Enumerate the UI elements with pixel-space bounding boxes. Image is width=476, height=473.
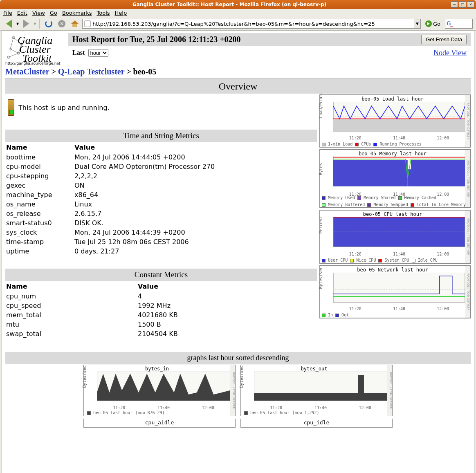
memory-chart[interactable]: beo-05 Memory last hour Bytes RRDTOOL / … [319,149,471,208]
stop-icon: ✕ [58,20,65,27]
node-view-link[interactable]: Node View [433,49,467,57]
table-row: machine_typex86_64 [6,191,316,199]
table-row: time-stampTue Jul 25 12h 08m 06s CEST 20… [6,238,316,246]
back-arrow-icon [6,20,12,28]
menu-file[interactable]: File [3,10,12,16]
bytes-in-chart[interactable]: bytes_in Bytes/sec RRDTOOL / TOBI OETIKE… [83,365,236,416]
table-row: sys_clockMon, 24 Jul 2006 14:44:39 +0200 [6,228,316,237]
table-row: os_nameLinux [6,200,316,208]
maximize-button[interactable]: ▢ [459,1,466,8]
logo-url: http://ganglia.sourceforge.net [5,61,61,65]
toolbar: ▼ ▼ ✕ ▼ Go G▁ [0,17,476,31]
menu-tools[interactable]: Tools [97,10,110,16]
home-button[interactable] [69,18,81,29]
table-row: boottimeMon, 24 Jul 2006 14:44:05 +0200 [6,153,316,161]
breadcrumb: MetaCluster > Q-Leap Testcluster > beo-0… [5,66,471,77]
host-status: This host is up and running. [18,104,110,116]
last-range-select[interactable]: hour [88,49,108,57]
reload-icon [45,20,52,27]
page-body: Ganglia Cluster Toolkit http://ganglia.s… [2,31,474,473]
table-row: cpu_speed1992 MHz [6,301,316,310]
close-button[interactable]: ✕ [467,1,474,8]
svg-rect-15 [333,160,465,186]
reload-button[interactable] [43,18,54,29]
page-icon [84,20,91,27]
svg-rect-17 [408,169,411,186]
constant-metrics-title: Constant Metrics [5,269,317,281]
menu-go[interactable]: Go [50,10,57,16]
svg-line-6 [10,38,13,49]
network-chart[interactable]: beo-05 Network last hour Bytes/sec RRDTO… [319,265,471,318]
menu-view[interactable]: View [32,10,45,16]
svg-rect-21 [333,217,465,247]
breadcrumb-cluster[interactable]: Q-Leap Testcluster [58,67,124,76]
overview-title: Overview [5,79,471,94]
ganglia-logo[interactable]: Ganglia Cluster Toolkit http://ganglia.s… [5,33,68,66]
table-row: os_release2.6.15.7 [6,209,316,218]
svg-rect-26 [333,273,465,303]
menubar: File Edit View Go Bookmarks Tools Help [0,9,476,17]
table-row: smart-status0DISK OK. [6,219,316,227]
cpu-idle-chart-title[interactable]: cpu_idle [240,419,393,428]
cpu-chart[interactable]: beo-05 CPU last hour Percent RRDTOOL / T… [319,210,471,264]
ts-name-header: Name [6,143,74,152]
menu-bookmarks[interactable]: Bookmarks [62,10,92,16]
table-row: mem_total4021680 KB [6,311,316,319]
svg-line-8 [10,49,18,53]
breadcrumb-meta[interactable]: MetaCluster [5,67,49,76]
table-row: cpu_num4 [6,292,316,300]
c-value-header: Value [138,282,316,291]
stop-button[interactable]: ✕ [56,18,67,29]
table-row: cpu-modelDual Core AMD Opteron(tm) Proce… [6,162,316,171]
url-input[interactable] [92,21,414,27]
go-label: Go [433,21,440,27]
c-name-header: Name [6,282,137,291]
last-label: Last [72,49,85,56]
url-bar[interactable]: ▼ [82,19,421,29]
load-chart[interactable]: beo-05 Load last hour Load/Procs RRDTOOL… [319,94,471,148]
table-row: cpu-stepping2,2,2,2 [6,172,316,180]
table-row: gexecON [6,181,316,190]
menu-help[interactable]: Help [115,10,127,16]
table-row: swap_total2104504 KB [6,330,316,338]
google-logo-icon: G▁ [447,20,454,27]
time-string-metrics-title: Time and String Metrics [5,130,317,142]
search-box[interactable]: G▁ [445,19,473,29]
table-row: mtu1500 B [6,320,316,329]
breadcrumb-host: beo-05 [133,67,157,76]
svg-rect-37 [254,393,387,401]
window-titlebar: Ganglia Cluster Toolkit:: Host Report - … [0,0,476,9]
page-title: Host Report for Tue, 25 Jul 2006 12:11:2… [72,35,241,44]
host-icon [5,96,17,116]
window-title: Ganglia Cluster Toolkit:: Host Report - … [9,2,450,7]
forward-arrow-icon [23,20,29,28]
table-row: uptime0 days, 21:27 [6,247,316,256]
forward-button[interactable] [20,18,32,29]
ts-value-header: Value [74,143,316,152]
content-area: Ganglia Cluster Toolkit http://ganglia.s… [2,31,474,473]
menu-edit[interactable]: Edit [17,10,27,16]
time-string-metrics-table: NameValue boottimeMon, 24 Jul 2006 14:44… [5,142,317,256]
bytes-out-chart[interactable]: bytes_out Bytes/sec RRDTOOL / TOBI OETIK… [240,365,393,416]
graphs-section-title: graphs last hour sorted descending [5,352,471,364]
svg-line-9 [9,53,18,57]
svg-rect-38 [358,375,364,401]
header-bar: Host Report for Tue, 25 Jul 2006 12:11:2… [68,33,471,46]
home-icon [71,20,79,27]
go-button[interactable]: Go [422,19,443,29]
constant-metrics-table: NameValue cpu_num4 cpu_speed1992 MHz mem… [5,281,317,339]
go-icon [425,20,432,27]
url-dropdown-button[interactable]: ▼ [414,19,420,28]
cpu-aidle-chart-title[interactable]: cpu_aidle [83,419,236,428]
minimize-button[interactable]: — [451,1,458,8]
get-fresh-data-button[interactable]: Get Fresh Data [421,35,467,44]
back-button[interactable] [3,18,15,29]
